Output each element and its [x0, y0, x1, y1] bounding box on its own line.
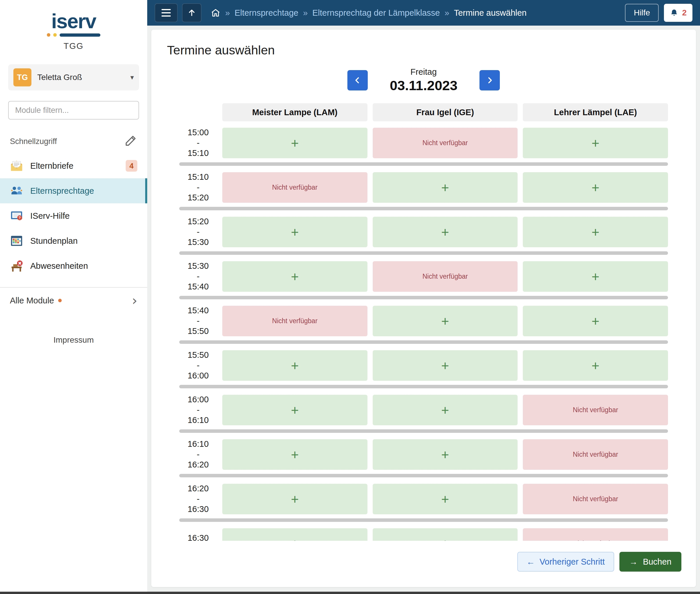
- chevron-right-icon: [485, 75, 495, 85]
- iserv-logo-swoosh: [0, 33, 147, 37]
- previous-day-button[interactable]: [347, 70, 368, 91]
- slot-available-cell[interactable]: +: [523, 128, 668, 158]
- slot-unavailable-cell: Nicht verfügbar: [523, 395, 668, 425]
- slot-row: 16:20-16:30++Nicht verfügbar: [179, 484, 668, 514]
- teacher-column-header: Meister Lampe (LAM): [222, 103, 367, 121]
- breadcrumb-elternsprechtag-der-laempelklasse[interactable]: Elternsprechtag der Lämpelklasse: [312, 8, 440, 18]
- chevron-left-icon: [353, 75, 363, 85]
- time-column-spacer: [179, 103, 217, 121]
- sidebar-item-label: Elternbriefe: [30, 161, 73, 171]
- module-filter-input[interactable]: [8, 101, 139, 120]
- slot-row: 16:00-16:10++Nicht verfügbar: [179, 395, 668, 425]
- slot-available-cell[interactable]: +: [373, 350, 518, 381]
- sidebar-item-elternsprechtage[interactable]: Elternsprechtage: [0, 178, 147, 203]
- avatar: TG: [13, 68, 31, 87]
- help-icon: ?: [10, 209, 23, 223]
- row-separator: [179, 340, 668, 344]
- next-day-button[interactable]: [479, 70, 500, 91]
- edit-icon[interactable]: [124, 134, 137, 148]
- calendar-icon: [10, 234, 23, 248]
- slot-available-cell[interactable]: +: [523, 217, 668, 247]
- slot-available-cell[interactable]: +: [373, 395, 518, 425]
- slot-available-cell[interactable]: +: [373, 439, 518, 470]
- slot-row: 15:10-15:20Nicht verfügbar++: [179, 172, 668, 203]
- slot-row: 15:00-15:10+Nicht verfügbar+: [179, 128, 668, 158]
- all-modules-link[interactable]: Alle Module ›: [0, 288, 147, 313]
- teacher-column-header: Frau Igel (IGE): [373, 103, 518, 121]
- book-label: Buchen: [643, 557, 671, 567]
- slot-unavailable-cell: Nicht verfügbar: [523, 439, 668, 470]
- breadcrumb-separator: »: [225, 8, 230, 18]
- notifications-button[interactable]: 2: [664, 4, 693, 22]
- slot-available-cell[interactable]: +: [222, 395, 367, 425]
- teacher-column-header: Lehrer Lämpel (LAE): [523, 103, 668, 121]
- arrow-left-icon: ←: [527, 557, 535, 567]
- slot-available-cell[interactable]: +: [373, 217, 518, 247]
- impressum-link[interactable]: Impressum: [0, 335, 147, 345]
- action-buttons: ← Vorheriger Schritt → Buchen: [166, 552, 681, 571]
- slot-available-cell[interactable]: +: [222, 350, 367, 381]
- slot-table-body: 15:00-15:10+Nicht verfügbar+15:10-15:20N…: [179, 128, 668, 541]
- slot-unavailable-cell: Nicht verfügbar: [222, 306, 367, 336]
- current-date: Freitag 03.11.2023: [390, 67, 458, 93]
- slot-row: 16:10-16:20++Nicht verfügbar: [179, 439, 668, 470]
- time-range-label: 15:20-15:30: [179, 217, 217, 247]
- unread-count-badge: 4: [126, 160, 137, 172]
- all-modules-label: Alle Module: [10, 296, 54, 305]
- slot-available-cell[interactable]: +: [373, 306, 518, 336]
- slot-available-cell[interactable]: +: [523, 350, 668, 381]
- slot-available-cell[interactable]: +: [222, 261, 367, 292]
- slot-available-cell[interactable]: +: [222, 217, 367, 247]
- breadcrumb: » Elternsprechtage » Elternsprechtag der…: [211, 8, 527, 18]
- slot-available-cell[interactable]: +: [373, 172, 518, 203]
- appointments-card: Termine auswählen Freitag 03.11.2023: [151, 30, 696, 587]
- slot-unavailable-cell: Nicht verfügbar: [373, 128, 518, 158]
- arrow-right-icon: →: [629, 557, 638, 567]
- slot-available-cell[interactable]: +: [222, 128, 367, 158]
- breadcrumb-elternsprechtage[interactable]: Elternsprechtage: [234, 8, 298, 18]
- iserv-logo-text: iserv: [0, 11, 147, 31]
- slot-unavailable-cell: Nicht verfügbar: [222, 172, 367, 203]
- sidebar-item-elternbriefe[interactable]: Elternbriefe 4: [0, 153, 147, 178]
- slot-available-cell[interactable]: +: [523, 172, 668, 203]
- help-button[interactable]: Hilfe: [625, 4, 659, 22]
- sidebar-item-label: Elternsprechtage: [30, 186, 94, 196]
- menu-toggle-button[interactable]: [155, 3, 177, 22]
- slot-available-cell[interactable]: +: [222, 439, 367, 470]
- time-range-label: 16:00-16:10: [179, 395, 217, 425]
- row-separator: [179, 251, 668, 255]
- slot-available-cell[interactable]: +: [523, 306, 668, 336]
- chevron-right-icon: ›: [132, 294, 137, 307]
- scroll-top-button[interactable]: [182, 3, 201, 22]
- previous-step-button[interactable]: ← Vorheriger Schritt: [517, 552, 614, 571]
- slot-available-cell[interactable]: +: [373, 484, 518, 514]
- slot-available-cell[interactable]: +: [523, 261, 668, 292]
- home-icon[interactable]: [211, 8, 221, 18]
- sidebar-item-stundenplan[interactable]: Stundenplan: [0, 228, 147, 253]
- sidebar-menu: Elternbriefe 4 Elternsprechtage ? IS: [0, 153, 147, 278]
- slot-available-cell[interactable]: +: [222, 528, 367, 541]
- sidebar-item-iserv-hilfe[interactable]: ? IServ-Hilfe: [0, 203, 147, 228]
- row-separator: [179, 385, 668, 388]
- sidebar-item-abwesenheiten[interactable]: Abwesenheiten: [0, 253, 147, 278]
- time-range-label: 16:20-16:30: [179, 484, 217, 514]
- slot-row: 15:30-15:40+Nicht verfügbar+: [179, 261, 668, 292]
- book-button[interactable]: → Buchen: [620, 552, 681, 571]
- letter-icon: [10, 159, 23, 172]
- time-range-label: 15:00-15:10: [179, 128, 217, 158]
- row-separator: [179, 518, 668, 522]
- people-icon: [10, 184, 23, 198]
- slot-row: 15:50-16:00+++: [179, 350, 668, 381]
- weekday-label: Freitag: [390, 67, 458, 77]
- time-range-label: 15:40-15:50: [179, 306, 217, 336]
- breadcrumb-current-page: Termine auswählen: [454, 8, 527, 18]
- slot-unavailable-cell: Nicht verfügbar: [523, 528, 668, 541]
- notification-count: 2: [682, 8, 687, 18]
- slot-available-cell[interactable]: +: [222, 484, 367, 514]
- slot-available-cell[interactable]: +: [373, 528, 518, 541]
- row-separator: [179, 207, 668, 210]
- iserv-logo[interactable]: iserv: [0, 0, 147, 37]
- quick-access-label: Schnellzugriff: [10, 137, 57, 146]
- user-menu[interactable]: TG Teletta Groß ▾: [8, 64, 139, 91]
- main-content: Termine auswählen Freitag 03.11.2023: [147, 26, 700, 592]
